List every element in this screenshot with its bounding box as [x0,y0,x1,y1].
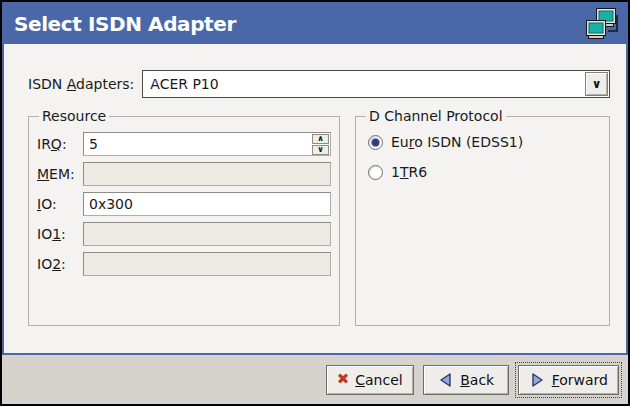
mem-row: MEM: [37,162,331,186]
back-arrow-icon [437,372,454,388]
red-x-icon: ✖ [337,372,350,387]
io-label: IO: [37,196,83,212]
spin-up-button[interactable]: ∧ [312,134,329,144]
combobox-dropdown-button[interactable]: ∨ [585,72,608,96]
radio-1tr6[interactable]: 1TR6 [368,164,601,180]
combobox-value: ACER P10 [143,71,584,97]
forward-arrow-icon [529,372,546,388]
irq-row: IRQ: 5 ∧ ∨ [37,132,331,156]
resource-group-title: Resource [39,108,109,124]
dchannel-group-title: D Channel Protocol [366,108,506,124]
io1-label: IO1: [37,226,83,242]
irq-spin-buttons: ∧ ∨ [312,134,329,154]
io1-row: IO1: [37,222,331,246]
io2-label: IO2: [37,256,83,272]
irq-value: 5 [89,136,98,152]
io-row: IO: 0x300 [37,192,331,216]
form-columns: Resource IRQ: 5 ∧ ∨ MEM: [28,108,610,326]
content-area: ISDN Adapters: ACER P10 ∨ Resource IRQ: … [4,44,626,353]
io2-row: IO2: [37,252,331,276]
radio-euro-isdn-label: Euro ISDN (EDSS1) [391,134,523,150]
titlebar: Select ISDN Adapter [4,4,626,44]
io-value: 0x300 [89,196,133,212]
io2-field [83,252,331,276]
mem-label: MEM: [37,166,83,182]
forward-button-label: Forward [552,372,608,388]
adapter-row: ISDN Adapters: ACER P10 ∨ [28,70,610,98]
io1-field [83,222,331,246]
radio-unselected-icon [368,165,383,180]
button-bar: ✖ Cancel Back Forward [2,355,628,404]
network-computers-icon [583,6,621,42]
dialog-main-panel: Select ISDN Adapter [2,2,628,355]
chevron-down-icon: ∨ [317,146,324,154]
radio-selected-icon [368,135,383,150]
cancel-button-label: Cancel [355,372,402,388]
irq-spinner[interactable]: 5 ∧ ∨ [83,132,331,156]
forward-button[interactable]: Forward [518,365,619,395]
chevron-down-icon: ∨ [592,78,602,90]
adapters-combobox[interactable]: ACER P10 ∨ [142,70,610,98]
mem-field [83,162,331,186]
page-title: Select ISDN Adapter [14,12,583,36]
dchannel-group: D Channel Protocol Euro ISDN (EDSS1) 1TR… [355,108,610,326]
back-button[interactable]: Back [423,365,509,395]
adapters-label: ISDN Adapters: [28,76,134,92]
resource-group: Resource IRQ: 5 ∧ ∨ MEM: [28,108,340,326]
radio-1tr6-label: 1TR6 [391,164,427,180]
spin-down-button[interactable]: ∨ [312,145,329,155]
irq-label: IRQ: [37,136,83,152]
cancel-button[interactable]: ✖ Cancel [326,365,414,395]
back-button-label: Back [460,372,494,388]
dialog-window: Select ISDN Adapter [0,0,630,406]
chevron-up-icon: ∧ [317,135,324,143]
io-field[interactable]: 0x300 [83,192,331,216]
radio-euro-isdn[interactable]: Euro ISDN (EDSS1) [368,134,601,150]
